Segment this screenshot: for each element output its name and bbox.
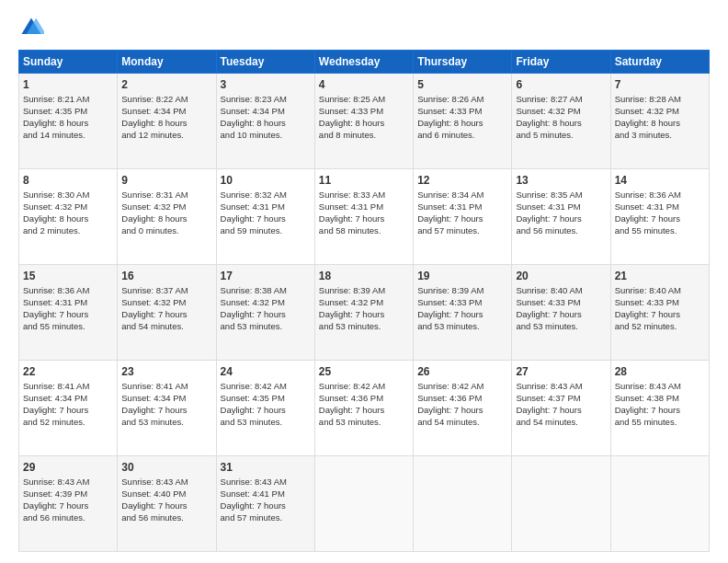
logo <box>18 15 48 40</box>
day-info: Sunset: 4:31 PM <box>516 201 606 213</box>
day-number: 20 <box>516 269 606 283</box>
day-info: Daylight: 7 hours <box>516 213 606 225</box>
day-info: Daylight: 8 hours <box>319 118 409 130</box>
day-info: Sunrise: 8:38 AM <box>221 285 311 297</box>
day-info: and 53 minutes. <box>319 321 409 333</box>
day-number: 27 <box>516 364 606 379</box>
day-number: 10 <box>221 173 311 188</box>
calendar-week-1: 1Sunrise: 8:21 AMSunset: 4:35 PMDaylight… <box>19 74 710 169</box>
day-info: Sunset: 4:38 PM <box>615 393 705 405</box>
day-info: Sunrise: 8:32 AM <box>221 190 311 201</box>
day-info: Sunset: 4:32 PM <box>121 201 211 213</box>
calendar-table: SundayMondayTuesdayWednesdayThursdayFrid… <box>18 50 710 552</box>
calendar-cell <box>414 456 512 552</box>
day-info: and 54 minutes. <box>417 417 507 429</box>
day-number: 11 <box>319 173 409 188</box>
day-info: Daylight: 7 hours <box>23 500 113 512</box>
day-info: and 3 minutes. <box>615 130 705 142</box>
day-info: and 0 minutes. <box>121 225 211 237</box>
day-number: 23 <box>121 364 211 379</box>
calendar-week-5: 29Sunrise: 8:43 AMSunset: 4:39 PMDayligh… <box>19 456 710 552</box>
day-info: Daylight: 7 hours <box>516 309 606 321</box>
header <box>18 15 710 40</box>
day-number: 12 <box>417 173 507 188</box>
day-number: 16 <box>121 269 211 283</box>
day-info: and 53 minutes. <box>417 321 507 333</box>
page: SundayMondayTuesdayWednesdayThursdayFrid… <box>0 0 728 563</box>
day-info: and 53 minutes. <box>221 321 311 333</box>
calendar-cell: 31Sunrise: 8:43 AMSunset: 4:41 PMDayligh… <box>216 456 314 552</box>
calendar-cell: 10Sunrise: 8:32 AMSunset: 4:31 PMDayligh… <box>216 169 314 265</box>
day-number: 4 <box>319 77 409 92</box>
day-info: Sunset: 4:39 PM <box>23 488 113 500</box>
calendar-cell <box>314 456 413 552</box>
day-info: and 14 minutes. <box>23 130 113 142</box>
day-info: Sunset: 4:35 PM <box>221 393 311 405</box>
day-info: Sunset: 4:40 PM <box>121 488 211 500</box>
day-info: Sunrise: 8:31 AM <box>121 190 211 201</box>
day-info: Sunset: 4:34 PM <box>23 393 113 405</box>
col-header-friday: Friday <box>512 51 610 74</box>
day-info: Daylight: 7 hours <box>615 309 705 321</box>
calendar-cell: 8Sunrise: 8:30 AMSunset: 4:32 PMDaylight… <box>19 169 118 265</box>
day-info: Sunrise: 8:36 AM <box>23 285 113 297</box>
day-info: Daylight: 7 hours <box>121 500 211 512</box>
day-info: and 57 minutes. <box>417 225 507 237</box>
day-info: Sunrise: 8:43 AM <box>516 381 606 393</box>
day-info: and 53 minutes. <box>121 417 211 429</box>
day-info: and 5 minutes. <box>516 130 606 142</box>
day-info: and 6 minutes. <box>417 130 507 142</box>
day-number: 25 <box>319 364 409 379</box>
day-info: and 56 minutes. <box>516 225 606 237</box>
col-header-monday: Monday <box>118 51 216 74</box>
calendar-cell: 15Sunrise: 8:36 AMSunset: 4:31 PMDayligh… <box>19 265 118 361</box>
day-info: Sunrise: 8:33 AM <box>319 190 409 201</box>
day-info: Sunset: 4:32 PM <box>319 297 409 309</box>
day-info: Daylight: 7 hours <box>516 405 606 417</box>
day-info: Daylight: 7 hours <box>221 500 311 512</box>
day-info: Sunrise: 8:41 AM <box>121 381 211 393</box>
day-info: Daylight: 8 hours <box>121 213 211 225</box>
day-number: 3 <box>221 77 311 92</box>
day-info: and 53 minutes. <box>516 321 606 333</box>
day-number: 13 <box>516 173 606 188</box>
day-info: Sunrise: 8:42 AM <box>417 381 507 393</box>
day-info: and 10 minutes. <box>221 130 311 142</box>
day-info: Daylight: 8 hours <box>23 213 113 225</box>
day-info: Daylight: 7 hours <box>221 213 311 225</box>
day-info: Daylight: 7 hours <box>417 309 507 321</box>
day-info: Sunrise: 8:43 AM <box>615 381 705 393</box>
col-header-saturday: Saturday <box>610 51 709 74</box>
day-info: Daylight: 7 hours <box>417 213 507 225</box>
day-info: Sunrise: 8:41 AM <box>23 381 113 393</box>
calendar-cell: 28Sunrise: 8:43 AMSunset: 4:38 PMDayligh… <box>610 361 709 456</box>
day-info: Sunrise: 8:39 AM <box>319 285 409 297</box>
calendar-cell: 18Sunrise: 8:39 AMSunset: 4:32 PMDayligh… <box>314 265 413 361</box>
calendar-cell: 1Sunrise: 8:21 AMSunset: 4:35 PMDaylight… <box>19 74 118 169</box>
calendar-cell <box>610 456 709 552</box>
day-info: Sunset: 4:31 PM <box>417 201 507 213</box>
day-info: Sunset: 4:34 PM <box>221 106 311 118</box>
calendar-week-2: 8Sunrise: 8:30 AMSunset: 4:32 PMDaylight… <box>19 169 710 265</box>
day-info: Sunset: 4:31 PM <box>319 201 409 213</box>
day-info: Sunset: 4:35 PM <box>23 106 113 118</box>
day-number: 24 <box>221 364 311 379</box>
day-info: and 54 minutes. <box>516 417 606 429</box>
calendar-week-3: 15Sunrise: 8:36 AMSunset: 4:31 PMDayligh… <box>19 265 710 361</box>
day-info: Sunset: 4:32 PM <box>221 297 311 309</box>
day-number: 19 <box>417 269 507 283</box>
day-number: 30 <box>121 460 211 475</box>
day-info: Sunrise: 8:42 AM <box>221 381 311 393</box>
calendar-cell: 14Sunrise: 8:36 AMSunset: 4:31 PMDayligh… <box>610 169 709 265</box>
day-info: and 59 minutes. <box>221 225 311 237</box>
day-number: 18 <box>319 269 409 283</box>
day-number: 6 <box>516 77 606 92</box>
day-info: and 57 minutes. <box>221 512 311 524</box>
calendar-cell <box>512 456 610 552</box>
day-info: Sunrise: 8:22 AM <box>121 94 211 106</box>
day-number: 29 <box>23 460 113 475</box>
day-info: Daylight: 8 hours <box>121 118 211 130</box>
col-header-tuesday: Tuesday <box>216 51 314 74</box>
day-number: 22 <box>23 364 113 379</box>
day-number: 26 <box>417 364 507 379</box>
